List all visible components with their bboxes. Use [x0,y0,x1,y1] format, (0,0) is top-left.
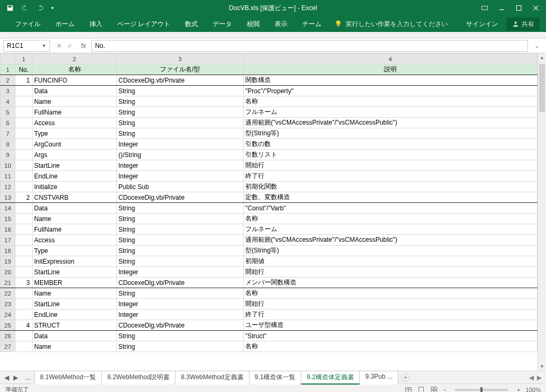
cell[interactable] [15,256,33,267]
cell[interactable] [15,246,33,256]
save-icon[interactable] [6,4,14,12]
cell[interactable] [15,299,33,309]
cell[interactable]: 定数、変数構造 [244,192,537,203]
cell[interactable]: Integer [117,309,244,320]
cell[interactable]: 1 [15,75,33,86]
cell[interactable]: "Const"/"Varb" [244,203,537,214]
cell[interactable]: Integer [117,171,244,182]
cell[interactable]: String [117,86,244,96]
row-header[interactable]: 18 [1,246,15,256]
cancel-icon[interactable]: ✕ [57,42,62,50]
cell[interactable]: フルネーム [244,107,537,118]
cell[interactable]: 開始行 [244,299,537,309]
cell[interactable]: フルネーム [244,224,537,235]
cell[interactable] [15,182,33,192]
qat-dropdown-icon[interactable]: ▾ [51,5,54,11]
cell[interactable]: "Struct" [244,331,537,341]
cell[interactable]: String [117,203,244,214]
cell[interactable] [15,150,33,160]
row-header[interactable]: 15 [1,214,15,224]
cell[interactable]: 名称 [244,214,537,224]
cell[interactable]: String [117,224,244,235]
row-header[interactable]: 10 [1,160,15,171]
zoom-level[interactable]: 100% [526,387,541,393]
cell[interactable]: 2 [15,192,33,203]
row-header[interactable]: 27 [1,341,15,352]
scrollbar-thumb[interactable] [539,64,545,112]
col-header[interactable]: 4 [244,54,537,64]
cell[interactable]: Data [33,86,117,96]
cell[interactable]: 引数の数 [244,139,537,150]
header-cell[interactable]: 説明 [244,64,537,75]
cell[interactable] [15,128,33,139]
cell[interactable]: String [117,256,244,267]
cell[interactable]: 関数構造 [244,75,537,86]
cell[interactable]: CDocexeDlg.vb/Private [117,320,244,331]
cell[interactable] [15,331,33,341]
cell[interactable]: Data [33,203,117,214]
cell[interactable] [15,341,33,352]
expand-formula-bar-icon[interactable]: ⌄ [531,42,543,50]
sheet-tab[interactable]: 9.3Pub ... [359,371,398,385]
hscroll-left-icon[interactable]: ◀ [529,374,534,381]
cell[interactable]: Initialize [33,182,117,192]
cell[interactable]: 開始行 [244,267,537,277]
cell[interactable]: Type [33,128,117,139]
tab-view[interactable]: 表示 [267,17,295,32]
cell[interactable] [15,96,33,107]
sheet-tab[interactable]: 8.2WebMethod説明書 [101,371,175,385]
cell[interactable]: Name [33,214,117,224]
share-button[interactable]: 共有 [507,18,540,31]
minimize-icon[interactable] [498,4,505,12]
cell[interactable] [15,118,33,128]
cell[interactable]: FullName [33,107,117,118]
cell[interactable]: Access [33,235,117,246]
cell[interactable]: ()/String [117,150,244,160]
cell[interactable] [15,107,33,118]
cell[interactable]: String [117,288,244,299]
cell[interactable]: Name [33,288,117,299]
cell[interactable]: 名称 [244,341,537,352]
cell[interactable]: FUNCINFO [33,75,117,86]
scroll-down-icon[interactable]: ▼ [538,362,546,371]
cell[interactable]: Public Sub [117,182,244,192]
signin-link[interactable]: サインイン [466,20,498,29]
cell[interactable]: Type [33,246,117,256]
header-cell[interactable]: 名称 [33,64,117,75]
cell[interactable] [15,214,33,224]
row-header[interactable]: 5 [1,107,15,118]
cell[interactable] [15,139,33,150]
tab-home[interactable]: ホーム [48,17,82,32]
cell[interactable]: 3 [15,277,33,288]
close-icon[interactable] [532,4,540,12]
cell[interactable]: 型(String等) [244,128,537,139]
name-box[interactable]: R1C1 ▼ [3,40,50,52]
cell[interactable] [15,86,33,96]
maximize-icon[interactable] [515,4,523,12]
sheet-tab[interactable]: 8.3WebMethod定義書 [175,371,249,385]
cell[interactable]: InitExpression [33,256,117,267]
cell[interactable]: StartLine [33,267,117,277]
row-header[interactable]: 26 [1,331,15,341]
col-header[interactable]: 2 [33,54,117,64]
row-header[interactable]: 17 [1,235,15,246]
cell[interactable] [15,309,33,320]
cell[interactable]: STRUCT [33,320,117,331]
cell[interactable]: Access [33,118,117,128]
cell[interactable]: String [117,107,244,118]
cell[interactable]: 通用範囲("vsCMAccessPrivate"/"vsCMAccessPubl… [244,118,537,128]
row-header[interactable]: 22 [1,288,15,299]
cell[interactable] [15,288,33,299]
row-header[interactable]: 3 [1,86,15,96]
row-header[interactable]: 25 [1,320,15,331]
tab-team[interactable]: チーム [295,17,329,32]
row-header[interactable]: 24 [1,309,15,320]
sheet-tab[interactable]: 9.2構造体定義書 [301,371,360,385]
row-header[interactable]: 11 [1,171,15,182]
cell[interactable]: String [117,246,244,256]
cell[interactable]: 初期値 [244,256,537,267]
cell[interactable]: 型(String等) [244,246,537,256]
cell[interactable]: 名称 [244,96,537,107]
cell[interactable]: Name [33,341,117,352]
cell[interactable]: メンバー関数構造 [244,277,537,288]
